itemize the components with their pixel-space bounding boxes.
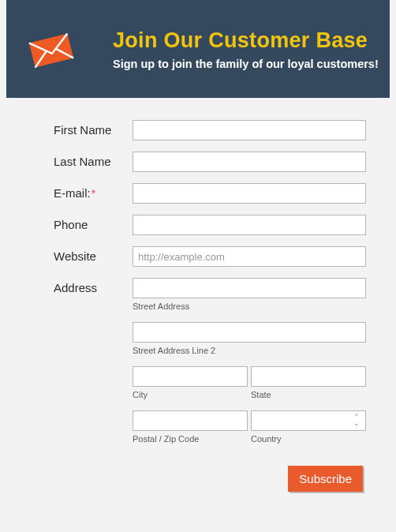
required-mark: *	[92, 187, 95, 200]
email-label-text: E-mail:	[54, 186, 91, 200]
subscribe-button[interactable]: Subscribe	[288, 466, 363, 492]
country-sublabel: Country	[251, 434, 366, 444]
address-label: Address	[54, 278, 133, 294]
last-name-input[interactable]	[133, 152, 366, 172]
email-label: E-mail:*	[54, 183, 133, 200]
street1-sublabel: Street Address	[133, 302, 366, 311]
state-sublabel: State	[251, 390, 366, 399]
country-select[interactable]: ⌃⌄	[251, 410, 366, 431]
street1-input[interactable]	[133, 278, 366, 298]
website-input[interactable]	[133, 246, 366, 267]
chevron-updown-icon: ⌃⌄	[351, 414, 362, 428]
postal-input[interactable]	[133, 410, 248, 431]
email-input[interactable]	[133, 183, 366, 204]
form-header: Join Our Customer Base Sign up to join t…	[6, 0, 390, 98]
phone-label: Phone	[54, 215, 133, 231]
last-name-label: Last Name	[54, 152, 133, 168]
city-sublabel: City	[133, 390, 248, 399]
form-subtitle: Sign up to join the family of our loyal …	[113, 58, 382, 70]
state-input[interactable]	[251, 366, 366, 387]
svg-rect-0	[29, 33, 73, 67]
street2-input[interactable]	[133, 322, 366, 343]
signup-form: First Name Last Name E-mail:* Phone	[6, 98, 390, 492]
form-title: Join Our Customer Base	[113, 28, 382, 53]
envelope-icon	[25, 30, 77, 74]
postal-sublabel: Postal / Zip Code	[133, 434, 248, 444]
first-name-label: First Name	[54, 120, 133, 137]
street2-sublabel: Street Address Line 2	[133, 346, 366, 355]
city-input[interactable]	[133, 366, 248, 387]
phone-input[interactable]	[133, 215, 366, 235]
first-name-input[interactable]	[133, 120, 366, 140]
website-label: Website	[54, 246, 133, 263]
